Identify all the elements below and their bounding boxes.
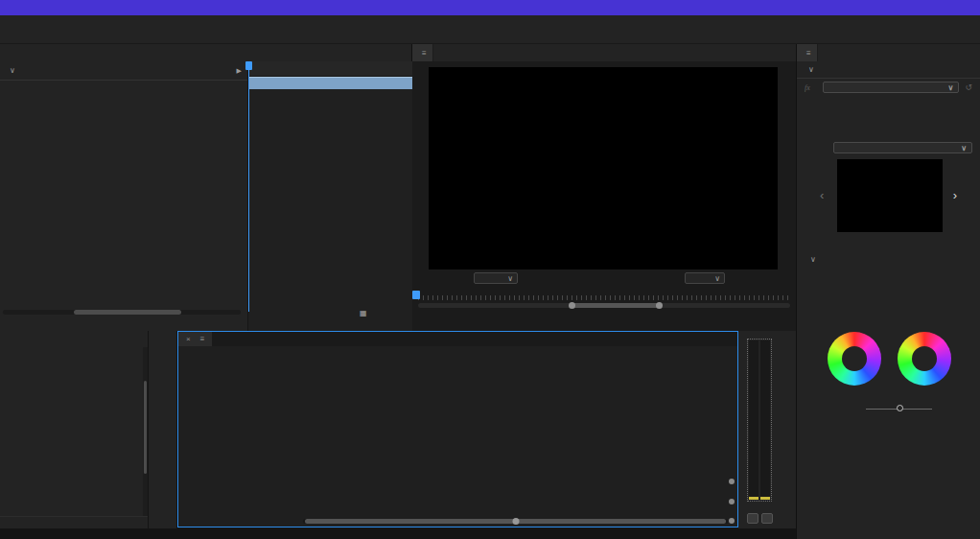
timeline-horizontal-scrollbar[interactable] xyxy=(303,519,728,524)
chevron-down-icon: ∨ xyxy=(810,255,816,264)
highlight-tint-wheel[interactable] xyxy=(898,332,951,386)
fx-icon: fx xyxy=(805,83,817,92)
transport-controls xyxy=(412,310,771,327)
tools-panel xyxy=(149,331,177,528)
left-panel-tabstrip xyxy=(0,44,412,61)
meter-channel-left xyxy=(749,340,758,500)
program-video-frame[interactable] xyxy=(429,67,778,270)
look-preview-thumbnail[interactable] xyxy=(837,159,943,232)
workspace-tabs xyxy=(0,27,980,43)
settings-grid-icon[interactable]: ▦ xyxy=(360,309,367,317)
meter-scale xyxy=(777,337,794,504)
zoom-level-select[interactable]: ∨ xyxy=(474,272,518,284)
solo-left-button[interactable] xyxy=(747,513,758,524)
lumetri-color-panel: ≡ ∨ fx ∨ ↺ ∨ ‹ › ∨ xyxy=(796,44,980,539)
panel-menu-icon[interactable]: ≡ xyxy=(422,49,427,58)
track-resize-grip[interactable] xyxy=(729,499,735,504)
look-prev-icon[interactable]: ‹ xyxy=(820,188,824,202)
history-tabstrip xyxy=(0,331,148,347)
audio-meters-panel xyxy=(738,331,796,528)
program-monitor-panel: ≡ ∨ ∨ xyxy=(412,44,796,331)
solo-right-button[interactable] xyxy=(761,513,773,524)
history-status-bar xyxy=(0,516,148,528)
reset-icon[interactable]: ↺ xyxy=(965,83,972,92)
workspace-bar xyxy=(0,27,980,44)
ec-mini-timeline: ▦ xyxy=(247,61,412,331)
program-playhead[interactable] xyxy=(412,291,420,299)
adjustments-header[interactable]: ∨ xyxy=(810,255,821,264)
tab-program-monitor[interactable]: ≡ xyxy=(412,44,433,61)
meter-channel-right xyxy=(760,340,770,500)
program-scrollbar[interactable] xyxy=(418,303,790,308)
chevron-down-icon: ∨ xyxy=(10,66,15,75)
program-controls: ∨ ∨ xyxy=(412,272,796,286)
chevron-down-icon: ∨ xyxy=(808,65,814,74)
tint-balance-slider[interactable] xyxy=(797,401,980,414)
look-next-icon[interactable]: › xyxy=(953,188,957,202)
timeline-panel: × ≡ xyxy=(177,331,738,527)
look-row: ∨ xyxy=(797,140,980,155)
tab-sequence[interactable]: × ≡ xyxy=(178,332,212,346)
audio-meter-bars[interactable] xyxy=(747,339,772,502)
program-tabstrip: ≡ xyxy=(412,44,796,61)
effect-controls-panel: ∨ ▶ ▦ xyxy=(0,61,412,331)
close-icon[interactable]: × xyxy=(186,335,191,343)
timeline-lanes xyxy=(298,346,737,527)
ec-mini-clip[interactable] xyxy=(248,77,412,89)
track-resize-grip[interactable] xyxy=(729,479,735,484)
history-scrollbar[interactable] xyxy=(143,347,148,516)
ec-horizontal-scrollbar[interactable] xyxy=(3,310,241,315)
document-path xyxy=(0,15,980,27)
history-panel xyxy=(0,331,149,528)
lumetri-effect-select[interactable]: ∨ xyxy=(823,82,959,93)
effect-controls-header: ∨ ▶ xyxy=(0,61,247,81)
panel-menu-icon[interactable]: ≡ xyxy=(806,49,811,58)
timeline-tabstrip: × ≡ xyxy=(178,332,737,346)
tab-lumetri-color[interactable]: ≡ xyxy=(797,44,818,61)
lumetri-clip-header: ∨ xyxy=(797,61,980,79)
look-select[interactable]: ∨ xyxy=(833,142,972,153)
macos-menu-bar xyxy=(0,0,980,15)
track-resize-grip[interactable] xyxy=(729,518,735,524)
shadow-tint-wheel[interactable] xyxy=(828,332,881,386)
ec-mini-ruler[interactable] xyxy=(248,61,412,77)
ec-playhead[interactable] xyxy=(248,61,249,312)
app-status-strip xyxy=(0,528,796,539)
program-scrub-ruler[interactable] xyxy=(418,292,790,300)
panel-menu-icon[interactable]: ≡ xyxy=(200,335,205,343)
clip-nav-icon[interactable]: ▶ xyxy=(237,67,242,75)
history-list xyxy=(0,347,143,516)
lumetri-tabstrip: ≡ xyxy=(797,44,980,61)
premiere-pro-window: ∨ ▶ ▦ ≡ ∨ ∨ xyxy=(0,0,980,539)
playback-resolution-select[interactable]: ∨ xyxy=(685,272,725,284)
lumetri-effect-row: fx ∨ ↺ xyxy=(797,79,980,96)
